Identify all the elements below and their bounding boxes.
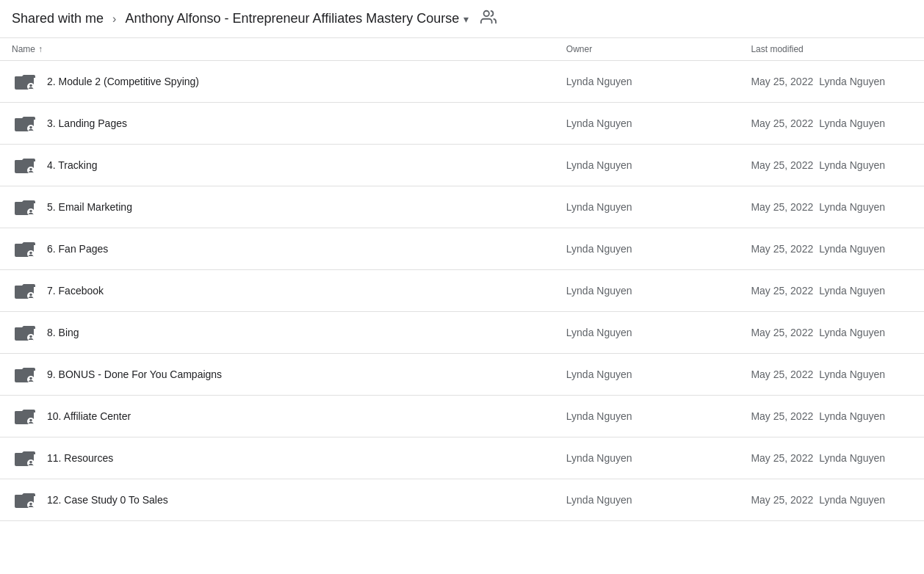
table-row[interactable]: 4. Tracking Lynda Nguyen May 25, 2022 Ly…	[0, 145, 924, 186]
owner-cell-7: Lynda Nguyen	[555, 354, 740, 396]
header: Shared with me › Anthony Alfonso - Entre…	[0, 0, 924, 38]
file-name-0: 2. Module 2 (Competitive Spying)	[47, 76, 199, 87]
svg-point-18	[29, 294, 32, 297]
modified-cell-6: May 25, 2022 Lynda Nguyen	[739, 312, 924, 354]
modified-by-3: Lynda Nguyen	[819, 201, 885, 213]
table-row[interactable]: 10. Affiliate Center Lynda Nguyen May 25…	[0, 396, 924, 437]
owner-cell-0: Lynda Nguyen	[555, 61, 740, 103]
owner-cell-9: Lynda Nguyen	[555, 437, 740, 479]
name-cell-5: 7. Facebook	[0, 270, 555, 312]
breadcrumb-current-folder[interactable]: Anthony Alfonso - Entrepreneur Affiliate…	[125, 11, 469, 26]
svg-point-33	[29, 503, 32, 506]
owner-cell-4: Lynda Nguyen	[555, 228, 740, 270]
modified-date-10: May 25, 2022	[751, 494, 813, 506]
modified-by-7: Lynda Nguyen	[819, 368, 885, 380]
owner-cell-6: Lynda Nguyen	[555, 312, 740, 354]
modified-cell-1: May 25, 2022 Lynda Nguyen	[739, 103, 924, 145]
modified-cell-0: May 25, 2022 Lynda Nguyen	[739, 61, 924, 103]
file-name-8: 10. Affiliate Center	[47, 410, 131, 422]
breadcrumb-separator: ›	[112, 12, 116, 26]
table-row[interactable]: 5. Email Marketing Lynda Nguyen May 25, …	[0, 186, 924, 228]
column-header-name[interactable]: Name ↑	[0, 38, 555, 61]
modified-date-1: May 25, 2022	[751, 117, 813, 129]
modified-cell-9: May 25, 2022 Lynda Nguyen	[739, 437, 924, 479]
svg-point-6	[29, 126, 32, 129]
table-row[interactable]: 8. Bing Lynda Nguyen May 25, 2022 Lynda …	[0, 312, 924, 354]
name-cell-4: 6. Fan Pages	[0, 228, 555, 270]
table-row[interactable]: 6. Fan Pages Lynda Nguyen May 25, 2022 L…	[0, 228, 924, 270]
sort-ascending-icon: ↑	[38, 44, 43, 54]
modified-date-5: May 25, 2022	[751, 285, 813, 297]
file-name-5: 7. Facebook	[47, 285, 104, 297]
name-cell-0: 2. Module 2 (Competitive Spying)	[0, 61, 555, 103]
owner-cell-5: Lynda Nguyen	[555, 270, 740, 312]
owner-cell-1: Lynda Nguyen	[555, 103, 740, 145]
current-folder-label: Anthony Alfonso - Entrepreneur Affiliate…	[125, 11, 459, 26]
file-name-4: 6. Fan Pages	[47, 243, 108, 255]
file-name-3: 5. Email Marketing	[47, 201, 132, 213]
modified-by-0: Lynda Nguyen	[819, 76, 885, 87]
file-name-9: 11. Resources	[47, 452, 113, 464]
file-name-10: 12. Case Study 0 To Sales	[47, 494, 168, 506]
table-row[interactable]: 7. Facebook Lynda Nguyen May 25, 2022 Ly…	[0, 270, 924, 312]
column-header-last-modified[interactable]: Last modified	[739, 38, 924, 61]
modified-cell-5: May 25, 2022 Lynda Nguyen	[739, 270, 924, 312]
svg-point-12	[29, 210, 32, 213]
modified-cell-10: May 25, 2022 Lynda Nguyen	[739, 479, 924, 521]
modified-cell-2: May 25, 2022 Lynda Nguyen	[739, 145, 924, 186]
svg-point-21	[29, 335, 32, 338]
file-name-2: 4. Tracking	[47, 159, 97, 171]
name-cell-9: 11. Resources	[0, 437, 555, 479]
table-row[interactable]: 11. Resources Lynda Nguyen May 25, 2022 …	[0, 437, 924, 479]
folder-icon-4	[12, 236, 38, 262]
name-cell-6: 8. Bing	[0, 312, 555, 354]
modified-by-10: Lynda Nguyen	[819, 494, 885, 506]
name-cell-1: 3. Landing Pages	[0, 103, 555, 145]
folder-icon-9	[12, 445, 38, 471]
table-row[interactable]: 2. Module 2 (Competitive Spying) Lynda N…	[0, 61, 924, 103]
modified-by-8: Lynda Nguyen	[819, 410, 885, 422]
folder-icon-0	[12, 68, 38, 95]
file-name-6: 8. Bing	[47, 327, 79, 338]
modified-date-0: May 25, 2022	[751, 76, 813, 87]
modified-date-7: May 25, 2022	[751, 368, 813, 380]
folder-icon-3	[12, 194, 38, 220]
folder-icon-8	[12, 403, 38, 429]
modified-cell-4: May 25, 2022 Lynda Nguyen	[739, 228, 924, 270]
folder-icon-6	[12, 319, 38, 346]
modified-date-9: May 25, 2022	[751, 452, 813, 464]
folder-icon-2	[12, 152, 38, 178]
modified-cell-7: May 25, 2022 Lynda Nguyen	[739, 354, 924, 396]
owner-cell-3: Lynda Nguyen	[555, 186, 740, 228]
modified-cell-8: May 25, 2022 Lynda Nguyen	[739, 396, 924, 437]
modified-by-1: Lynda Nguyen	[819, 117, 885, 129]
table-row[interactable]: 12. Case Study 0 To Sales Lynda Nguyen M…	[0, 479, 924, 521]
table-row[interactable]: 9. BONUS - Done For You Campaigns Lynda …	[0, 354, 924, 396]
name-cell-3: 5. Email Marketing	[0, 186, 555, 228]
folder-dropdown-arrow[interactable]: ▾	[463, 13, 469, 25]
modified-date-2: May 25, 2022	[751, 159, 813, 171]
modified-date-3: May 25, 2022	[751, 201, 813, 213]
modified-cell-3: May 25, 2022 Lynda Nguyen	[739, 186, 924, 228]
modified-by-5: Lynda Nguyen	[819, 285, 885, 297]
folder-icon-10	[12, 487, 38, 513]
name-cell-8: 10. Affiliate Center	[0, 396, 555, 437]
modified-by-4: Lynda Nguyen	[819, 243, 885, 255]
folder-icon-5	[12, 277, 38, 304]
table-row[interactable]: 3. Landing Pages Lynda Nguyen May 25, 20…	[0, 103, 924, 145]
table-header: Name ↑ Owner Last modified	[0, 38, 924, 61]
modified-date-4: May 25, 2022	[751, 243, 813, 255]
svg-point-9	[29, 168, 32, 171]
svg-point-24	[29, 377, 32, 380]
file-name-7: 9. BONUS - Done For You Campaigns	[47, 368, 222, 380]
breadcrumb-shared-with-me[interactable]: Shared with me	[12, 11, 104, 26]
svg-point-27	[29, 419, 32, 422]
people-icon[interactable]	[480, 9, 497, 29]
modified-date-6: May 25, 2022	[751, 327, 813, 338]
column-header-owner[interactable]: Owner	[555, 38, 740, 61]
folder-icon-7	[12, 361, 38, 388]
owner-cell-8: Lynda Nguyen	[555, 396, 740, 437]
modified-by-9: Lynda Nguyen	[819, 452, 885, 464]
name-cell-2: 4. Tracking	[0, 145, 555, 186]
svg-point-15	[29, 252, 32, 255]
